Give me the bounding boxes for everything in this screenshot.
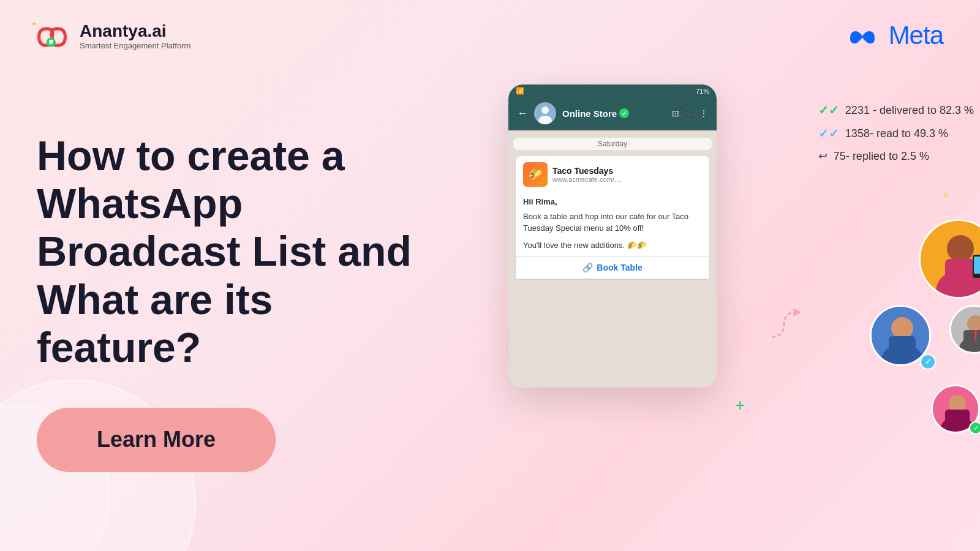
deco-star-2: + [735, 395, 745, 415]
battery-text: 71% [696, 88, 709, 95]
meta-logo-text: Meta [889, 21, 943, 50]
avatar-1 [919, 219, 980, 299]
message-brand-header: 🌮 Taco Tuesdays www.acmecafe.com/.... [523, 162, 702, 192]
logo-text-container: Anantya.ai Smartest Engagement Platform [80, 21, 190, 50]
main-title: How to create a WhatsApp Broadcast List … [37, 132, 441, 371]
svg-rect-10 [974, 257, 980, 274]
double-check-icon-2: ✓✓ [818, 126, 839, 141]
svg-rect-18 [963, 330, 980, 350]
stat-read-text: 1358- read to 49.3 % [845, 127, 948, 140]
brand-logo: " Anantya.ai Smartest Engagement Platfor… [31, 17, 190, 54]
logo-name: Anantya.ai [80, 21, 190, 41]
avatar-4-check: ✓ [969, 421, 980, 435]
stat-delivered: ✓✓ 2231 - delivered to 82.3 % [818, 103, 974, 118]
reply-icon: ↩ [818, 149, 827, 163]
external-link-icon: 🔗 [582, 263, 593, 272]
title-line-1: How to create a [37, 132, 345, 179]
anantya-logo-icon: " [31, 17, 74, 54]
avatar-3 [949, 305, 980, 354]
contact-avatar [534, 102, 556, 124]
contact-info: Online Store ✓ [562, 108, 666, 119]
contact-name: Online Store ✓ [562, 108, 666, 119]
svg-point-6 [947, 235, 974, 262]
stat-read: ✓✓ 1358- read to 49.3 % [818, 126, 974, 141]
deco-star-3: + [942, 189, 949, 203]
right-section: 📶 71% ← Online Store ✓ [478, 66, 980, 538]
meta-logo: Meta [847, 21, 943, 50]
phone-action-icons: ⊡ 📞 ⋮ [672, 108, 708, 118]
svg-rect-23 [945, 410, 970, 429]
chat-body: Saturday 🌮 Taco Tuesdays www.acmecafe.co… [508, 130, 717, 388]
video-icon[interactable]: ⊡ [672, 108, 679, 118]
stat-delivered-text: 2231 - delivered to 82.3 % [845, 104, 974, 117]
brand-name: Taco Tuesdays [552, 166, 702, 176]
message-footer: You'll love the new additions. 🌮🌮 [523, 239, 702, 252]
stat-replied: ↩ 75- replied to 2.5 % [818, 149, 974, 163]
back-button[interactable]: ← [517, 107, 528, 120]
meta-logo-icon [847, 25, 884, 47]
title-line-4: What are its feature? [37, 276, 273, 370]
brand-image: 🌮 [523, 162, 548, 187]
phone-status-bar: 📶 71% [508, 84, 717, 96]
title-line-2: WhatsApp [37, 180, 243, 227]
phone-header: ← Online Store ✓ ⊡ 📞 [508, 96, 717, 130]
menu-icon[interactable]: ⋮ [699, 108, 708, 118]
phone-mockup: 📶 71% ← Online Store ✓ [508, 84, 717, 388]
avatar-2-check: ✓ [920, 354, 936, 370]
message-greeting: Hii Rima, [523, 196, 702, 208]
brand-url: www.acmecafe.com/.... [552, 176, 702, 183]
double-check-icon-1: ✓✓ [818, 103, 839, 118]
svg-point-12 [891, 317, 913, 339]
header: " Anantya.ai Smartest Engagement Platfor… [0, 0, 980, 54]
stat-replied-text: 75- replied to 2.5 % [834, 150, 929, 163]
message-text: Book a table and hop into our café for o… [523, 211, 702, 234]
svg-point-21 [949, 395, 966, 412]
date-label: Saturday [513, 138, 712, 150]
title-line-3: Broadcast List and [37, 228, 412, 274]
arrow-decoration [766, 306, 815, 345]
book-table-button[interactable]: 🔗 Book Table [516, 256, 709, 279]
main-content: How to create a WhatsApp Broadcast List … [0, 54, 980, 538]
svg-text:": " [32, 20, 36, 31]
svg-rect-8 [945, 259, 976, 290]
brand-info: Taco Tuesdays www.acmecafe.com/.... [552, 166, 702, 183]
signal-icon: 📶 [516, 87, 524, 95]
message-bubble: 🌮 Taco Tuesdays www.acmecafe.com/.... Hi… [516, 156, 709, 279]
stats-panel: ✓✓ 2231 - delivered to 82.3 % ✓✓ 1358- r… [818, 103, 974, 163]
call-icon[interactable]: 📞 [684, 108, 695, 118]
left-section: How to create a WhatsApp Broadcast List … [0, 66, 478, 538]
logo-tagline: Smartest Engagement Platform [80, 41, 190, 50]
svg-point-3 [541, 107, 549, 114]
learn-more-button[interactable]: Learn More [37, 408, 276, 472]
verified-badge: ✓ [619, 108, 629, 118]
svg-rect-14 [889, 336, 916, 361]
message-body: Hii Rima, Book a table and hop into our … [523, 196, 702, 251]
